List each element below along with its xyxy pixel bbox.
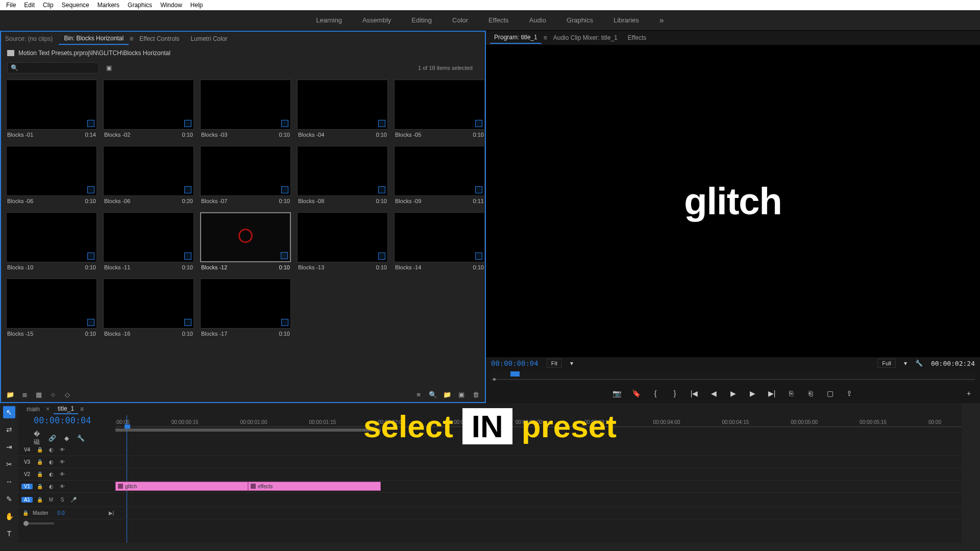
track-v1[interactable]: V1 🔒 ◐ 👁 xyxy=(18,481,115,493)
bin-thumbnail[interactable] xyxy=(6,212,97,262)
tab-effect-controls[interactable]: Effect Controls xyxy=(134,33,184,44)
solo-button[interactable]: S xyxy=(58,496,66,504)
bin-item[interactable]: Blocks -150:10 xyxy=(6,279,97,339)
menu-file[interactable]: File xyxy=(2,2,20,9)
new-folder-icon[interactable]: 📁 xyxy=(443,390,451,398)
bin-thumbnail[interactable] xyxy=(103,80,194,130)
bin-thumbnail[interactable] xyxy=(394,212,485,262)
bin-item[interactable]: Blocks -080:10 xyxy=(297,146,388,206)
program-scrub-bar[interactable] xyxy=(491,370,975,382)
track-v3[interactable]: V3 🔒 ◐ 👁 xyxy=(18,456,115,468)
ws-graphics[interactable]: Graphics xyxy=(567,16,593,24)
mark-out-icon[interactable]: } xyxy=(670,388,680,398)
bin-thumbnail[interactable] xyxy=(6,80,97,130)
bin-thumbnail[interactable] xyxy=(297,80,388,130)
resolution-select[interactable]: Full xyxy=(877,359,896,368)
extract-icon[interactable]: ⎗ xyxy=(805,388,816,398)
lock-icon[interactable]: 🔒 xyxy=(36,496,44,504)
bin-thumbnail[interactable] xyxy=(394,80,485,130)
ws-assembly[interactable]: Assembly xyxy=(362,16,391,24)
step-back-icon[interactable]: ◀ xyxy=(708,388,719,398)
bin-thumbnail[interactable] xyxy=(200,212,291,262)
track-master[interactable]: 🔒 Master 0.0 ▶| xyxy=(18,507,115,519)
clip-effects[interactable]: effects xyxy=(248,482,381,491)
marker-icon[interactable]: 🔖 xyxy=(631,388,641,398)
menu-edit[interactable]: Edit xyxy=(20,2,39,9)
snap-icon[interactable]: �磁 xyxy=(34,434,42,442)
sync-icon[interactable]: ◐ xyxy=(47,458,55,466)
bin-thumbnail[interactable] xyxy=(394,146,485,196)
sync-icon[interactable]: ◐ xyxy=(47,470,55,479)
new-bin-icon[interactable]: 📁 xyxy=(6,390,14,398)
bin-item[interactable]: Blocks -110:10 xyxy=(103,212,194,272)
marker-add-icon[interactable]: ◆ xyxy=(62,434,70,442)
bin-item[interactable]: Blocks -090:11 xyxy=(394,146,485,206)
bin-thumbnail[interactable] xyxy=(103,279,194,329)
tab-audio-mixer[interactable]: Audio Clip Mixer: title_1 xyxy=(549,32,622,43)
eye-icon[interactable]: 👁 xyxy=(58,446,66,454)
program-monitor[interactable]: glitch xyxy=(486,45,980,357)
linked-sel-icon[interactable]: 🔗 xyxy=(48,434,56,442)
play-icon[interactable]: ▶ xyxy=(728,388,738,398)
bin-item[interactable]: Blocks -160:10 xyxy=(103,279,194,339)
work-area-bar[interactable] xyxy=(115,429,381,432)
bin-thumbnail[interactable] xyxy=(6,279,97,329)
bin-thumbnail[interactable] xyxy=(200,279,291,329)
bin-thumbnail[interactable] xyxy=(297,212,388,262)
settings-wrench-icon[interactable]: 🔧 xyxy=(915,360,923,367)
tl-tab-menu-icon[interactable]: ≡ xyxy=(80,406,84,413)
ws-libraries[interactable]: Libraries xyxy=(614,16,639,24)
bin-item[interactable]: Blocks -170:10 xyxy=(200,279,291,339)
lane-master[interactable] xyxy=(115,507,962,519)
chevron-down-icon[interactable]: ▾ xyxy=(904,360,907,367)
tl-tab-title[interactable]: title_1 xyxy=(54,404,78,414)
bin-item[interactable]: Blocks -070:10 xyxy=(200,146,291,206)
trash-icon[interactable]: 🗑 xyxy=(472,390,480,398)
zoom-slider[interactable]: ◇ xyxy=(63,390,71,398)
freeform-icon[interactable]: ○ xyxy=(49,390,57,398)
new-item-icon[interactable]: ▣ xyxy=(103,62,114,73)
lock-icon[interactable]: 🔒 xyxy=(36,470,44,479)
ws-more-icon[interactable]: » xyxy=(659,16,664,25)
bin-thumbnail[interactable] xyxy=(103,146,194,196)
menu-help[interactable]: Help xyxy=(186,2,207,9)
bin-item[interactable]: Blocks -020:10 xyxy=(103,80,194,140)
track-lanes[interactable]: glitch effects xyxy=(115,444,962,519)
tab-program-menu-icon[interactable]: ≡ xyxy=(544,34,547,41)
lane-v3[interactable] xyxy=(115,456,962,468)
lane-v4[interactable] xyxy=(115,444,962,456)
bin-thumbnail[interactable] xyxy=(200,80,291,130)
hand-tool-icon[interactable]: ✋ xyxy=(3,510,15,522)
track-v4[interactable]: V4 🔒 ◐ 👁 xyxy=(18,444,115,456)
step-forward-icon[interactable]: ▶ xyxy=(747,388,757,398)
bin-item[interactable]: Blocks -040:10 xyxy=(297,80,388,140)
mark-in-icon[interactable]: { xyxy=(650,388,660,398)
lock-icon[interactable]: 🔒 xyxy=(36,458,44,466)
lock-icon[interactable]: 🔒 xyxy=(21,509,30,517)
bin-thumbnail[interactable] xyxy=(200,146,291,196)
go-to-in-icon[interactable]: |◀ xyxy=(689,388,699,398)
sync-icon[interactable]: ◐ xyxy=(47,446,55,454)
tab-effects[interactable]: Effects xyxy=(624,32,650,43)
slip-tool-icon[interactable]: ↔ xyxy=(3,475,15,488)
eye-icon[interactable]: 👁 xyxy=(58,458,66,466)
chevron-down-icon[interactable]: ▾ xyxy=(570,360,573,367)
lane-v2[interactable] xyxy=(115,468,962,481)
lane-v1[interactable]: glitch effects xyxy=(115,481,962,493)
ws-audio[interactable]: Audio xyxy=(529,16,546,24)
tl-tab-main[interactable]: main xyxy=(22,405,44,414)
bin-item[interactable]: Blocks -050:10 xyxy=(394,80,485,140)
lock-icon[interactable]: 🔒 xyxy=(36,446,44,454)
mute-button[interactable]: M xyxy=(47,496,55,504)
bin-item[interactable]: Blocks -010:14 xyxy=(6,80,97,140)
mic-icon[interactable]: 🎤 xyxy=(69,496,78,504)
ws-editing[interactable]: Editing xyxy=(411,16,432,24)
find-icon[interactable]: 🔍 xyxy=(429,390,437,398)
track-v2[interactable]: V2 🔒 ◐ 👁 xyxy=(18,468,115,481)
lock-icon[interactable]: 🔒 xyxy=(36,483,44,491)
lift-icon[interactable]: ⎘ xyxy=(786,388,796,398)
bin-item[interactable]: Blocks -060:10 xyxy=(6,146,97,206)
timeline-tc[interactable]: 00:00:00:04 xyxy=(18,415,115,425)
tab-program[interactable]: Program: title_1 xyxy=(490,32,542,44)
timeline-zoom-slider[interactable] xyxy=(23,522,54,524)
